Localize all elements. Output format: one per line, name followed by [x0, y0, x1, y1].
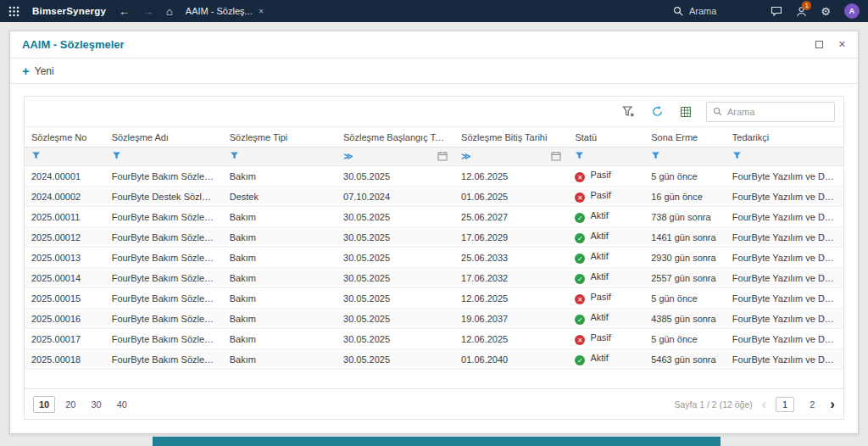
settings-gear-icon[interactable]: ⚙	[821, 6, 831, 17]
status-active-icon: ✓	[575, 355, 585, 365]
pager: Sayfa 1 / 2 (12 öğe) ‹ 1 2 ›	[675, 397, 835, 412]
new-button[interactable]: + Yeni	[22, 64, 54, 77]
page-size-30[interactable]: 30	[86, 397, 107, 412]
back-button[interactable]: ←	[119, 6, 130, 17]
chat-button[interactable]	[771, 6, 782, 17]
calendar-icon[interactable]	[551, 151, 561, 163]
filter-cell-expiry[interactable]	[644, 148, 726, 166]
supplier-cell: FourByte Yazılım ve Danışmanlık LTD. ...	[726, 207, 843, 227]
status-label: Aktif	[590, 353, 608, 363]
filter-cell-supplier[interactable]	[726, 148, 843, 166]
column-header-contract-name[interactable]: Sözleşme Adı	[105, 127, 223, 148]
filter-icon[interactable]	[230, 151, 239, 162]
filter-icon[interactable]	[732, 151, 742, 162]
filter-cell-status[interactable]	[568, 148, 644, 166]
date-operator-icon[interactable]: ≫	[343, 152, 353, 161]
contract-name-cell: FourByte Destek Sözleşmesi	[105, 187, 223, 207]
filter-icon[interactable]	[651, 151, 660, 162]
page-size-20[interactable]: 20	[60, 397, 81, 412]
filter-cell-contract-type[interactable]	[223, 148, 337, 166]
contract-type-cell: Bakım	[223, 288, 337, 309]
column-header-contract-no[interactable]: Sözleşme No	[25, 127, 105, 148]
export-button[interactable]	[677, 103, 694, 120]
notifications-button[interactable]: 1	[796, 6, 807, 17]
filter-icon[interactable]	[31, 151, 41, 162]
brand-logo: BimserSynergy	[32, 6, 106, 16]
status-label: Aktif	[590, 312, 608, 322]
contract-type-cell: Bakım	[223, 166, 337, 187]
start-date-cell: 07.10.2024	[337, 187, 454, 207]
column-header-status[interactable]: Statü	[568, 127, 644, 148]
tab-close-icon[interactable]: ✕	[259, 8, 264, 15]
status-inactive-icon: ✕	[575, 192, 585, 203]
table-row[interactable]: 2024.00002FourByte Destek SözleşmesiDest…	[25, 187, 843, 207]
contract-name-cell: FourByte Bakım Sözleşmesi	[105, 349, 223, 370]
close-icon[interactable]: ✕	[838, 39, 846, 50]
expiry-cell: 4385 gün sonra	[644, 309, 726, 329]
table-row[interactable]: 2025.00015FourByte Bakım SözleşmesiBakım…	[25, 288, 843, 309]
notification-badge: 1	[802, 1, 811, 10]
page-size-10[interactable]: 10	[33, 396, 55, 413]
grid-search-icon	[713, 107, 722, 116]
next-page-button[interactable]: ›	[830, 397, 835, 411]
filter-cell-contract-name[interactable]	[105, 148, 223, 166]
column-header-start-date[interactable]: Sözleşme Başlangıç Tarihi	[337, 127, 454, 148]
topbar-search[interactable]: Arama	[673, 6, 716, 16]
page-title: AAIM - Sözleşmeler	[22, 38, 125, 51]
prev-page-button: ‹	[762, 398, 766, 411]
filter-cell-start-date[interactable]: ≫	[337, 148, 454, 166]
grid-search[interactable]	[706, 102, 835, 122]
expiry-cell: 5 gün önce	[644, 288, 726, 309]
contract-name-cell: FourByte Bakım Sözleşmesi	[105, 166, 223, 187]
table-row[interactable]: 2025.00013FourByte Bakım SözleşmesiBakım…	[25, 248, 843, 268]
contract-type-cell: Bakım	[223, 349, 337, 370]
grid-search-input[interactable]	[727, 107, 828, 117]
status-inactive-icon: ✕	[575, 294, 585, 304]
table-row[interactable]: 2025.00018FourByte Bakım SözleşmesiBakım…	[25, 349, 843, 370]
clear-filter-button[interactable]	[620, 103, 637, 120]
table-row[interactable]: 2025.00016FourByte Bakım SözleşmesiBakım…	[25, 309, 843, 329]
date-operator-icon[interactable]: ≫	[461, 152, 471, 161]
tab-label: AAIM - Sözleş...	[186, 6, 253, 16]
new-button-label: Yeni	[35, 65, 54, 77]
column-header-end-date[interactable]: Sözleşme Bitiş Tarihi	[454, 127, 568, 148]
home-button[interactable]: ⌂	[166, 6, 173, 17]
end-date-cell: 25.06.2027	[454, 207, 568, 227]
filter-cell-contract-no[interactable]	[25, 148, 105, 166]
apps-grid-icon[interactable]	[8, 6, 19, 17]
table-row[interactable]: 2025.00011FourByte Bakım SözleşmesiBakım…	[25, 207, 843, 227]
table-row[interactable]: 2025.00014FourByte Bakım SözleşmesiBakım…	[25, 268, 843, 288]
contract-name-cell: FourByte Bakım Sözleşmesi	[105, 309, 223, 329]
calendar-icon[interactable]	[437, 151, 448, 163]
user-avatar[interactable]: A	[844, 3, 860, 19]
filter-icon[interactable]	[575, 151, 584, 162]
column-header-contract-type[interactable]: Sözleşme Tipi	[223, 127, 337, 148]
maximize-icon[interactable]	[815, 41, 823, 48]
status-cell: ✓Aktif	[568, 207, 644, 227]
page-size-40[interactable]: 40	[112, 397, 132, 412]
column-header-expiry[interactable]: Sona Erme	[644, 127, 726, 148]
background-window-strip	[153, 437, 721, 446]
refresh-button[interactable]	[648, 103, 665, 120]
column-header-supplier[interactable]: Tedarikçi	[726, 127, 843, 148]
refresh-icon	[651, 105, 664, 118]
contract-no-cell: 2025.00018	[25, 349, 105, 370]
open-tab[interactable]: AAIM - Sözleş... ✕	[186, 6, 264, 16]
contract-name-cell: FourByte Bakım Sözleşmesi	[105, 329, 223, 349]
expiry-cell: 5463 gün sonra	[644, 349, 726, 370]
status-label: Pasif	[590, 170, 610, 180]
start-date-cell: 30.05.2025	[337, 268, 454, 288]
page-2-button[interactable]: 2	[804, 398, 821, 411]
filter-icon[interactable]	[112, 151, 121, 162]
filter-cell-end-date[interactable]: ≫	[454, 148, 568, 166]
supplier-cell: FourByte Yazılım ve Danışmanlık LTD. ...	[726, 288, 843, 309]
status-active-icon: ✓	[575, 274, 585, 284]
end-date-cell: 12.06.2025	[454, 166, 568, 187]
table-row[interactable]: 2024.00001FourByte Bakım SözleşmesiBakım…	[25, 166, 843, 187]
table-row[interactable]: 2025.00017FourByte Bakım SözleşmesiBakım…	[25, 329, 843, 349]
contract-name-cell: FourByte Bakım Sözleşmesi	[105, 288, 223, 309]
page-size-selector: 10 20 30 40	[33, 396, 132, 413]
page-1-button[interactable]: 1	[776, 397, 794, 412]
table-row[interactable]: 2025.00012FourByte Bakım SözleşmesiBakım…	[25, 227, 843, 248]
topbar-search-label: Arama	[689, 6, 716, 16]
